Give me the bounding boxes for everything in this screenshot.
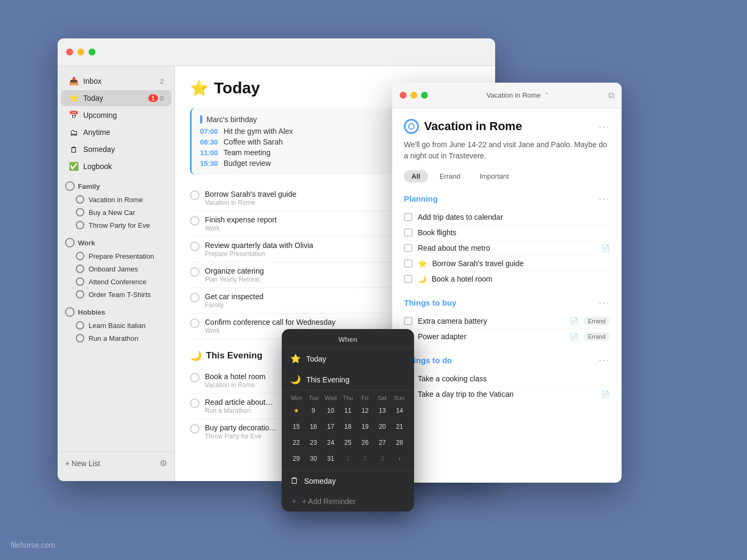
sidebar-item-logbook[interactable]: ✅ Logbook xyxy=(61,158,171,174)
sidebar-item-throw-party[interactable]: Throw Party for Eve xyxy=(61,219,171,231)
sidebar-item-inbox[interactable]: 📥 Inbox 2 xyxy=(61,73,171,89)
filter-important[interactable]: Important xyxy=(472,170,516,182)
sidebar-item-vacation-rome[interactable]: Vacation in Rome xyxy=(61,193,171,206)
cal-31[interactable]: 31 xyxy=(323,451,338,466)
popup-add-reminder[interactable]: ＋ + Add Reminder xyxy=(282,491,414,511)
task-checkbox-8[interactable] xyxy=(190,424,200,434)
detail-fullscreen-button[interactable] xyxy=(421,92,428,99)
task-checkbox-3[interactable] xyxy=(190,267,200,277)
cal-27[interactable]: 27 xyxy=(375,435,390,450)
cal-11[interactable]: 11 xyxy=(340,403,355,418)
cal-26[interactable]: 26 xyxy=(357,435,372,450)
cal-18[interactable]: 18 xyxy=(340,419,355,434)
task-checkbox-7[interactable] xyxy=(190,398,200,408)
popup-someday-option[interactable]: 🗒 Someday xyxy=(282,470,414,491)
cal-19[interactable]: 19 xyxy=(357,419,372,434)
cal-14[interactable]: 14 xyxy=(392,403,407,418)
sidebar-item-upcoming[interactable]: 📅 Upcoming xyxy=(61,107,171,123)
detail-task-book-flights[interactable]: Book flights xyxy=(404,225,610,241)
cal-10[interactable]: 10 xyxy=(323,403,338,418)
cal-9[interactable]: 9 xyxy=(306,403,321,418)
cal-3-next[interactable]: 3 xyxy=(375,451,390,466)
cal-1-next[interactable]: 1 xyxy=(340,451,355,466)
cal-16[interactable]: 16 xyxy=(306,419,321,434)
new-list-button[interactable]: + New List xyxy=(65,459,100,468)
cal-17[interactable]: 17 xyxy=(323,419,338,434)
detail-task-cooking-class[interactable]: Take a cooking class xyxy=(404,371,610,387)
things-to-do-more[interactable]: ··· xyxy=(599,355,610,366)
popup-evening-option[interactable]: 🌙 This Evening xyxy=(282,369,414,390)
popup-today-label: Today xyxy=(306,355,326,363)
hobbies-section-icon xyxy=(65,307,75,317)
things-to-buy-more[interactable]: ··· xyxy=(599,297,610,308)
detail-task-power-adapter[interactable]: Power adapter 📄 Errand xyxy=(404,329,610,344)
sidebar-item-prepare-presentation[interactable]: Prepare Presentation xyxy=(61,250,171,262)
task-checkbox-5[interactable] xyxy=(190,318,200,328)
detail-header: Vacation in Rome ··· xyxy=(404,119,610,134)
minimize-button[interactable] xyxy=(77,49,84,55)
popup-someday-icon: 🗒 xyxy=(290,476,299,486)
detail-task-trip-dates[interactable]: Add trip dates to calendar xyxy=(404,210,610,225)
detail-task-borrow-guide[interactable]: ⭐ Borrow Sarah's travel guide xyxy=(404,256,610,271)
planning-more-button[interactable]: ··· xyxy=(599,193,610,204)
sidebar-item-order-tshirts[interactable]: Order Team T-Shirts xyxy=(61,288,171,301)
today-icon: ⭐ xyxy=(68,93,79,103)
detail-project-title: Vacation in Rome xyxy=(424,119,593,133)
task-checkbox-hotel[interactable] xyxy=(404,275,412,283)
sidebar-item-attend-conference[interactable]: Attend Conference xyxy=(61,275,171,288)
cal-25[interactable]: 25 xyxy=(340,435,355,450)
sidebar-item-buy-car[interactable]: Buy a New Car xyxy=(61,206,171,219)
cal-23[interactable]: 23 xyxy=(306,435,321,450)
cal-forward-arrow[interactable]: › xyxy=(392,451,407,466)
detail-minimize-button[interactable] xyxy=(410,92,417,99)
cal-28[interactable]: 28 xyxy=(392,435,407,450)
sidebar-item-today[interactable]: ⭐ Today 1 8 xyxy=(61,90,171,106)
detail-copy-icon[interactable]: ⧉ xyxy=(608,91,614,100)
cal-15[interactable]: 15 xyxy=(289,419,304,434)
cal-21[interactable]: 21 xyxy=(392,419,407,434)
cal-20[interactable]: 20 xyxy=(375,419,390,434)
sidebar-item-onboard-james[interactable]: Onboard James xyxy=(61,262,171,275)
cal-24[interactable]: 24 xyxy=(323,435,338,450)
today-star-icon: ⭐ xyxy=(190,79,209,97)
task-checkbox-6[interactable] xyxy=(190,373,200,382)
filter-errand[interactable]: Errand xyxy=(432,170,468,182)
things-to-buy-title: Things to buy xyxy=(404,298,456,307)
detail-task-read-metro[interactable]: Read about the metro 📄 xyxy=(404,241,610,256)
sidebar-item-run-marathon[interactable]: Run a Marathon xyxy=(61,332,171,345)
cal-22[interactable]: 22 xyxy=(289,435,304,450)
cal-star[interactable]: ★ xyxy=(289,403,304,418)
family-section-label: Family xyxy=(78,182,100,190)
detail-more-button[interactable]: ··· xyxy=(599,121,610,132)
task-checkbox-1[interactable] xyxy=(190,216,200,226)
throw-party-icon xyxy=(76,221,84,229)
task-text-read-metro: Read about the metro xyxy=(418,244,596,252)
sidebar-item-learn-italian[interactable]: Learn Basic Italian xyxy=(61,319,171,332)
detail-task-camera-battery[interactable]: Extra camera battery 📄 Errand xyxy=(404,314,610,329)
settings-icon[interactable]: ⚙ xyxy=(160,458,167,468)
task-checkbox-book-flights[interactable] xyxy=(404,228,412,237)
cal-13[interactable]: 13 xyxy=(375,403,390,418)
filter-all[interactable]: All xyxy=(404,170,428,182)
task-checkbox-2[interactable] xyxy=(190,242,200,251)
task-checkbox-4[interactable] xyxy=(190,293,200,302)
task-checkbox-borrow-guide[interactable] xyxy=(404,259,412,268)
weekday-sun: Sun xyxy=(391,395,408,401)
detail-close-button[interactable] xyxy=(400,92,407,99)
detail-task-vatican[interactable]: Take a day trip to the Vatican 📄 xyxy=(404,387,610,402)
cal-29[interactable]: 29 xyxy=(289,451,304,466)
popup-today-option[interactable]: ⭐ Today xyxy=(282,348,414,369)
adapter-note-icon: 📄 xyxy=(570,333,578,341)
task-checkbox-read-metro[interactable] xyxy=(404,244,412,252)
cal-30[interactable]: 30 xyxy=(306,451,321,466)
sidebar-item-someday[interactable]: 🗒 Someday xyxy=(61,141,171,157)
detail-task-book-hotel[interactable]: 🌙 Book a hotel room xyxy=(404,271,610,286)
cal-2-next[interactable]: 2 xyxy=(357,451,372,466)
task-checkbox-trip-dates[interactable] xyxy=(404,213,412,221)
task-checkbox-camera[interactable] xyxy=(404,317,412,325)
close-button[interactable] xyxy=(66,49,73,55)
cal-12[interactable]: 12 xyxy=(357,403,372,418)
sidebar-item-anytime[interactable]: 🗂 Anytime xyxy=(61,124,171,140)
fullscreen-button[interactable] xyxy=(89,49,96,55)
task-checkbox-0[interactable] xyxy=(190,190,200,200)
